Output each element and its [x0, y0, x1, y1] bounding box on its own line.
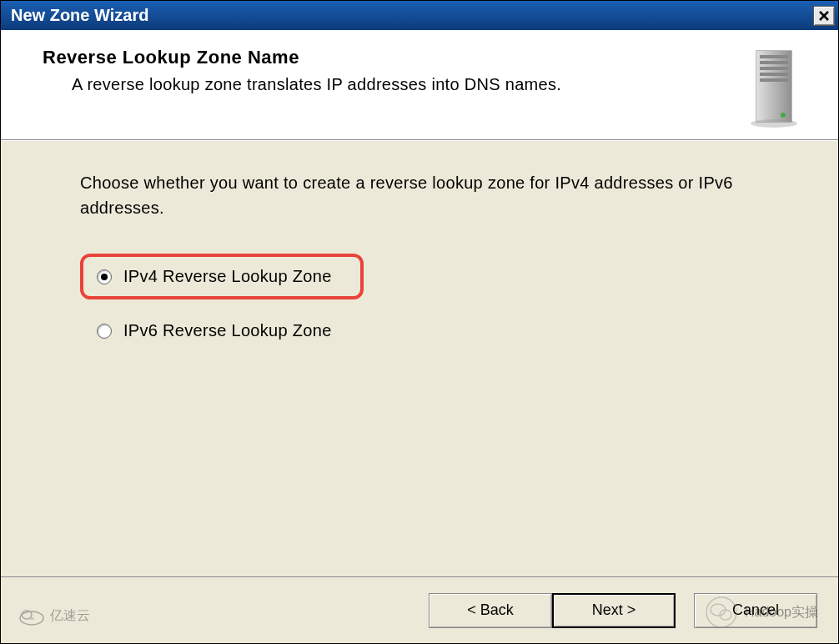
back-button[interactable]: < Back — [429, 593, 552, 628]
svg-rect-7 — [760, 73, 788, 76]
new-zone-wizard-dialog: New Zone Wizard Reverse Lookup Zone Name… — [0, 0, 839, 644]
header-text: Reverse Lookup Zone Name A reverse looku… — [43, 47, 730, 139]
radio-group: IPv4 Reverse Lookup Zone IPv6 Reverse Lo… — [80, 254, 763, 347]
titlebar: New Zone Wizard — [1, 1, 838, 30]
radio-ipv4[interactable]: IPv4 Reverse Lookup Zone — [80, 254, 364, 299]
svg-point-10 — [751, 119, 797, 128]
svg-rect-4 — [760, 55, 788, 58]
cancel-button[interactable]: Cancel — [694, 593, 817, 628]
button-bar: < Back Next > Cancel — [1, 576, 838, 643]
close-button[interactable] — [813, 6, 835, 26]
svg-rect-5 — [760, 61, 788, 64]
page-title: Reverse Lookup Zone Name — [43, 47, 730, 68]
radio-ipv6[interactable]: IPv6 Reverse Lookup Zone — [83, 314, 763, 347]
page-subtitle: A reverse lookup zone translates IP addr… — [43, 75, 730, 94]
next-button[interactable]: Next > — [552, 593, 676, 628]
header-area: Reverse Lookup Zone Name A reverse looku… — [1, 30, 838, 140]
instruction-text: Choose whether you want to create a reve… — [80, 170, 763, 220]
radio-ipv4-label: IPv4 Reverse Lookup Zone — [123, 267, 332, 286]
radio-ipv6-circle — [97, 324, 112, 339]
svg-rect-8 — [760, 78, 788, 82]
close-icon — [818, 10, 830, 22]
svg-rect-6 — [760, 67, 788, 70]
radio-ipv6-label: IPv6 Reverse Lookup Zone — [123, 321, 332, 340]
server-icon — [746, 47, 805, 130]
content-area: Choose whether you want to create a reve… — [1, 140, 838, 576]
titlebar-text: New Zone Wizard — [4, 6, 148, 25]
radio-ipv4-circle — [97, 269, 112, 284]
svg-point-9 — [781, 113, 786, 118]
